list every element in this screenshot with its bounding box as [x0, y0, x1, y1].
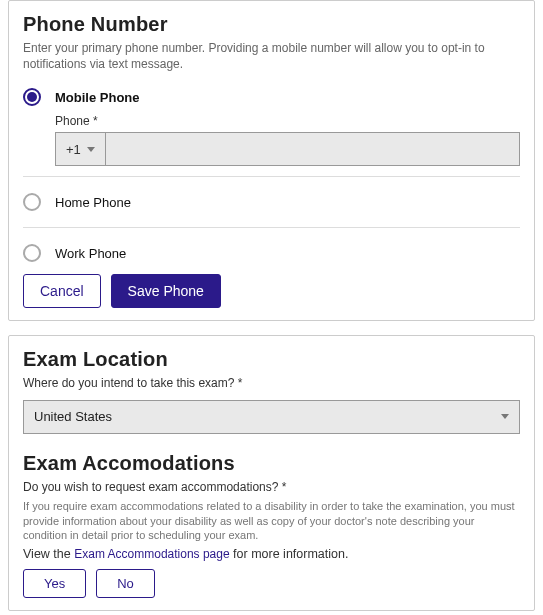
- accom-yes-button[interactable]: Yes: [23, 569, 86, 598]
- exam-accom-info: View the Exam Accommodations page for mo…: [23, 547, 520, 561]
- divider: [23, 227, 520, 228]
- radio-home-label: Home Phone: [55, 195, 131, 210]
- phone-number-card: Phone Number Enter your primary phone nu…: [8, 0, 535, 321]
- divider: [23, 176, 520, 177]
- phone-sub-label: Phone *: [55, 114, 520, 128]
- exam-location-title: Exam Location: [23, 348, 520, 371]
- save-phone-button[interactable]: Save Phone: [111, 274, 221, 308]
- radio-row-home[interactable]: Home Phone: [23, 187, 520, 217]
- country-code-select[interactable]: +1: [56, 133, 106, 165]
- radio-work[interactable]: [23, 244, 41, 262]
- exam-location-question: Where do you intend to take this exam? *: [23, 375, 520, 391]
- phone-help: Enter your primary phone number. Providi…: [23, 40, 520, 72]
- info-prefix: View the: [23, 547, 74, 561]
- country-code-value: +1: [66, 142, 81, 157]
- radio-home[interactable]: [23, 193, 41, 211]
- radio-dot-icon: [27, 92, 37, 102]
- radio-work-label: Work Phone: [55, 246, 126, 261]
- exam-accom-question: Do you wish to request exam accommodatio…: [23, 479, 520, 495]
- info-suffix: for more information.: [230, 547, 349, 561]
- phone-number-input[interactable]: [106, 133, 519, 165]
- radio-row-work[interactable]: Work Phone: [23, 238, 520, 268]
- chevron-down-icon: [501, 414, 509, 419]
- phone-input-wrap: +1: [55, 132, 520, 166]
- exam-accom-link[interactable]: Exam Accommodations page: [74, 547, 229, 561]
- exam-location-select[interactable]: United States: [23, 400, 520, 434]
- exam-accom-title: Exam Accomodations: [23, 452, 520, 475]
- exam-card: Exam Location Where do you intend to tak…: [8, 335, 535, 611]
- chevron-down-icon: [87, 147, 95, 152]
- accom-no-button[interactable]: No: [96, 569, 155, 598]
- radio-mobile-label: Mobile Phone: [55, 90, 140, 105]
- exam-accom-hint: If you require exam accommodations relat…: [23, 499, 520, 544]
- mobile-phone-expand: Phone * +1: [23, 114, 520, 166]
- radio-mobile[interactable]: [23, 88, 41, 106]
- exam-location-selected: United States: [34, 409, 112, 424]
- radio-row-mobile[interactable]: Mobile Phone: [23, 82, 520, 112]
- cancel-button[interactable]: Cancel: [23, 274, 101, 308]
- phone-button-row: Cancel Save Phone: [23, 274, 520, 308]
- phone-title: Phone Number: [23, 13, 520, 36]
- accom-button-row: Yes No: [23, 569, 520, 598]
